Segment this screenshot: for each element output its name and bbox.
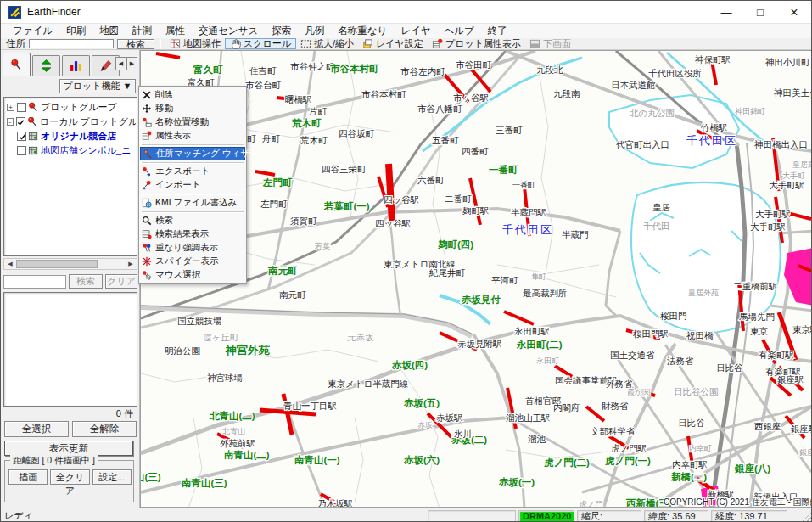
menu-item[interactable]: 名称重なり [331,24,394,38]
refresh-display-button[interactable]: 表示更新 [4,441,133,456]
resize-grip[interactable] [802,510,812,521]
map-label: 市谷左内町 [400,66,445,76]
toolbar-button-label: プロット属性表示 [445,37,521,50]
map-label: 若葉 [314,242,330,250]
tree-item[interactable]: +プロットグループ [5,100,136,115]
menu-item[interactable]: ファイル [6,24,59,38]
map-label: 六番町 [417,175,445,185]
map-label: 氷川 [454,429,472,439]
map-operate-icon [170,38,181,49]
tab-scroll-left-button[interactable]: ◀ [115,57,126,70]
context-menu-item[interactable]: 重なり強調表示 [140,241,245,255]
sidebar-tab-plot-pin[interactable] [3,53,31,76]
menu-separator [142,144,244,145]
toolbar-button-zoom-rect[interactable]: 拡大/縮小 [296,38,358,49]
bar-chart-icon [70,59,82,72]
menu-item[interactable]: レイヤ [394,24,437,38]
tree-item[interactable]: -ローカル プロットグループ [5,115,136,129]
plot-result-list[interactable] [3,292,137,407]
map-label: 四谷坂町 [339,128,375,138]
menu-item[interactable]: 地図 [92,24,126,38]
map-label: 九段南 [553,88,580,98]
context-menu-item[interactable]: 住所マッチング ウィザード [140,147,245,160]
plot-search-input[interactable] [3,275,66,289]
status-empty-panel [428,510,516,522]
map-label: 銀座(八) [734,463,770,474]
clear-all-button[interactable]: 全クリア [50,469,89,485]
map-label: 一番町 [512,181,535,189]
menu-item[interactable]: 属性 [159,24,192,38]
context-menu-item[interactable]: マウス選択 [140,268,245,282]
scrollbar-thumb[interactable] [16,260,98,268]
highlighted-road-segment [504,312,534,324]
tree-checkbox[interactable] [17,103,26,112]
status-latitude: 緯度: 35.69 [644,510,708,522]
map-label: 赤坂駅 [436,413,463,423]
tree-expander-icon[interactable]: + [7,104,14,111]
menu-item[interactable]: 探索 [265,24,298,38]
toolbar-button-plot-attribute[interactable]: プロット属性表示 [428,38,525,49]
address-input[interactable] [29,39,114,48]
plot-function-dropdown[interactable]: プロット機能 ▼ [59,79,136,93]
map-label: 二重橋前駅 [733,281,778,291]
context-menu-item[interactable]: 名称位置移動 [140,115,245,129]
sidebar-tab-bar-chart[interactable] [62,55,90,76]
toolbar-button-layer-settings[interactable]: レイヤ設定 [358,38,428,49]
context-menu-item[interactable]: スパイダー表示 [140,255,245,268]
map-label: 国土交通省 [610,350,655,360]
tree-item[interactable]: オリジナル競合店 [5,129,136,143]
context-menu-item[interactable]: エクスポート [140,165,245,178]
context-menu-item[interactable]: インポート [140,178,245,192]
context-menu-item[interactable]: 移動 [140,102,245,115]
district-boundary [355,418,363,502]
tree-item[interactable]: 地図店舗シンボル_ニ [5,143,136,158]
context-menu-item[interactable]: KMLファイル書込み [140,196,245,210]
map-label: 北の丸公園 [629,108,675,118]
status-scale: 縮尺: 1/25000 [577,510,641,522]
map-label: 神田小川町 [765,57,810,67]
map-label: 半蔵門 [562,229,589,239]
scroll-right-icon[interactable]: ▶ [125,261,137,267]
map-label: 溜池山王駅 [506,413,551,423]
map-label: 皇居東御苑 [792,160,812,169]
close-button[interactable]: × [777,1,811,24]
context-menu-item[interactable]: 検索結果表示 [140,227,245,241]
minimize-button[interactable]: — [709,1,743,24]
tree-checkbox[interactable] [17,132,26,141]
search-results-icon [142,229,152,239]
tree-checkbox[interactable] [17,146,26,155]
scroll-left-icon[interactable]: ◀ [4,261,16,267]
context-menu-item[interactable]: 削除 [140,88,245,102]
toolbar-button-map-operate[interactable]: 地図操作 [165,38,225,49]
tree-checkbox[interactable] [16,117,25,126]
tab-scroll-right-button[interactable]: ▶ [126,57,137,70]
maximize-button[interactable]: □ [743,1,777,24]
window-title: EarthFinder [27,6,81,18]
menu-item[interactable]: 凡例 [298,24,331,38]
select-all-button[interactable]: 全選択 [4,421,69,437]
kml-icon [142,198,152,208]
map-label: 神田橋出入口 [754,139,808,149]
menu-item[interactable]: 印刷 [59,24,92,38]
address-search-button[interactable]: 検索 [117,39,154,49]
menu-separator [142,162,244,163]
road [511,416,524,507]
draw-button[interactable]: 描画 [8,469,48,485]
menu-item[interactable]: 計測 [126,24,159,38]
scroll-hand-icon [230,38,241,49]
context-menu-item[interactable]: 属性表示 [140,129,245,143]
tab-scroll-arrows: ◀ ▶ [115,57,137,70]
status-longitude: 経度: 139.71 [711,510,787,522]
map-label: 南青山(二) [223,450,270,460]
tree-expander-icon[interactable]: - [7,118,14,126]
settings-button[interactable]: 設定... [92,469,132,485]
sidebar-tab-green-arrows[interactable] [32,55,60,76]
map-copyright: COPYRIGHT (C) 2021 住友電工 - 国際航業 [664,497,812,507]
menu-item[interactable]: ヘルプ [438,24,481,38]
deselect-all-button[interactable]: 全解除 [72,421,137,437]
menu-item[interactable]: 交通センサス [192,24,265,38]
menu-item[interactable]: 終了 [481,24,514,38]
toolbar-button-scroll-hand[interactable]: スクロール [225,38,296,49]
context-menu-item[interactable]: 検索 [140,214,245,227]
tree-horizontal-scrollbar[interactable]: ◀ ▶ [3,258,137,270]
